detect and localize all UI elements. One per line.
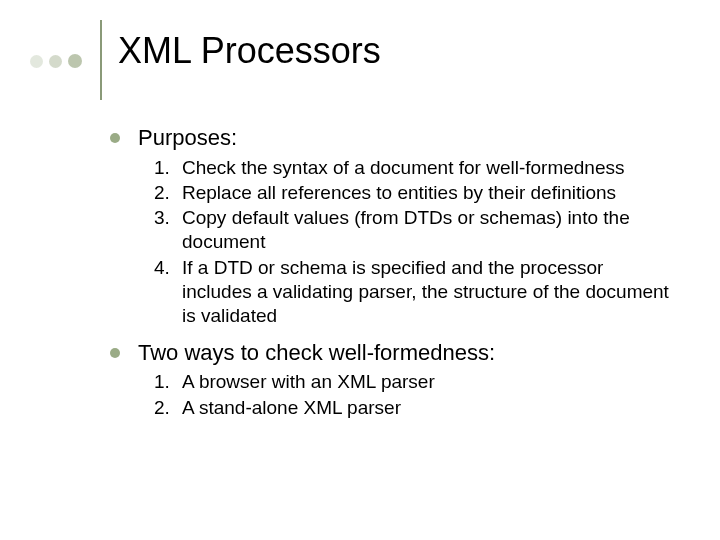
- item-text: Copy default values (from DTDs or schema…: [182, 206, 670, 255]
- slide: XML Processors Purposes: 1. Check the sy…: [0, 0, 720, 540]
- item-text: If a DTD or schema is specified and the …: [182, 256, 670, 329]
- item-text: Check the syntax of a document for well-…: [182, 156, 670, 180]
- numbered-list: 1. A browser with an XML parser 2. A sta…: [154, 370, 670, 420]
- item-text: Replace all references to entities by th…: [182, 181, 670, 205]
- bullet-label: Purposes:: [138, 124, 237, 152]
- dot-icon: [30, 55, 43, 68]
- list-item: 1. Check the syntax of a document for we…: [154, 156, 670, 180]
- bullet-label: Two ways to check well-formedness:: [138, 339, 495, 367]
- item-number: 1.: [154, 370, 182, 394]
- list-item: 1. A browser with an XML parser: [154, 370, 670, 394]
- item-number: 4.: [154, 256, 182, 329]
- slide-body: Purposes: 1. Check the syntax of a docum…: [110, 120, 670, 424]
- list-item: 2. Replace all references to entities by…: [154, 181, 670, 205]
- item-number: 2.: [154, 181, 182, 205]
- item-text: A stand-alone XML parser: [182, 396, 670, 420]
- numbered-list: 1. Check the syntax of a document for we…: [154, 156, 670, 329]
- decor-dots: [30, 54, 82, 68]
- title-divider: [100, 20, 102, 100]
- dot-icon: [68, 54, 82, 68]
- item-text: A browser with an XML parser: [182, 370, 670, 394]
- dot-icon: [49, 55, 62, 68]
- item-number: 3.: [154, 206, 182, 255]
- slide-title: XML Processors: [118, 30, 381, 72]
- bullet-item: Purposes:: [110, 124, 670, 152]
- bullet-item: Two ways to check well-formedness:: [110, 339, 670, 367]
- item-number: 1.: [154, 156, 182, 180]
- bullet-icon: [110, 133, 120, 143]
- bullet-icon: [110, 348, 120, 358]
- item-number: 2.: [154, 396, 182, 420]
- list-item: 3. Copy default values (from DTDs or sch…: [154, 206, 670, 255]
- list-item: 4. If a DTD or schema is specified and t…: [154, 256, 670, 329]
- list-item: 2. A stand-alone XML parser: [154, 396, 670, 420]
